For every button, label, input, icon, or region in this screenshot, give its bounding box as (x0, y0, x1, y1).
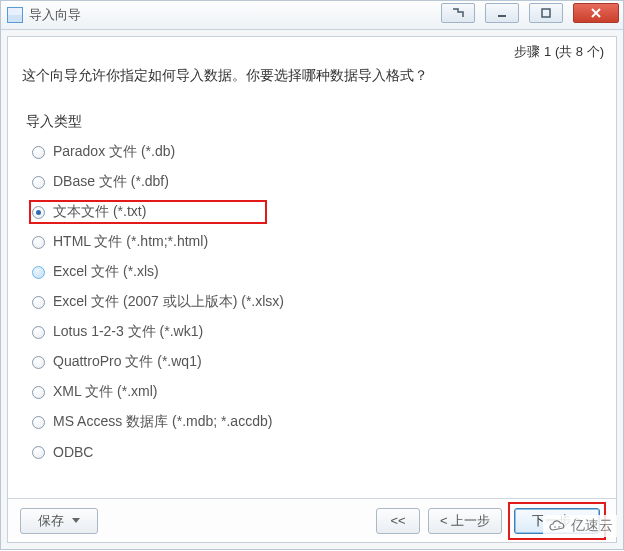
import-option-label: DBase 文件 (*.dbf) (53, 173, 169, 191)
save-button[interactable]: 保存 (20, 508, 98, 534)
radio-icon (32, 386, 45, 399)
watermark-text: 亿速云 (571, 517, 613, 535)
first-button-label: << (390, 513, 405, 528)
cloud-icon (547, 519, 567, 533)
svg-point-2 (554, 526, 556, 528)
wizard-prompt: 这个向导允许你指定如何导入数据。你要选择哪种数据导入格式？ (22, 67, 602, 85)
first-button[interactable]: << (376, 508, 420, 534)
radio-icon (32, 296, 45, 309)
import-option-label: Lotus 1-2-3 文件 (*.wk1) (53, 323, 203, 341)
import-option-label: QuattroPro 文件 (*.wq1) (53, 353, 202, 371)
radio-icon (32, 176, 45, 189)
radio-icon (32, 356, 45, 369)
import-option-label: Paradox 文件 (*.db) (53, 143, 175, 161)
import-option-1[interactable]: DBase 文件 (*.dbf) (30, 171, 602, 193)
import-option-8[interactable]: XML 文件 (*.xml) (30, 381, 602, 403)
help-button[interactable] (441, 3, 475, 23)
radio-icon (32, 236, 45, 249)
import-option-label: MS Access 数据库 (*.mdb; *.accdb) (53, 413, 272, 431)
section-title: 导入类型 (26, 113, 602, 131)
import-option-label: HTML 文件 (*.htm;*.html) (53, 233, 208, 251)
maximize-button[interactable] (529, 3, 563, 23)
import-option-7[interactable]: QuattroPro 文件 (*.wq1) (30, 351, 602, 373)
import-option-label: 文本文件 (*.txt) (53, 203, 146, 221)
chevron-down-icon (72, 518, 80, 523)
import-option-label: XML 文件 (*.xml) (53, 383, 157, 401)
titlebar: 导入向导 (0, 0, 624, 30)
radio-icon (32, 326, 45, 339)
import-option-4[interactable]: Excel 文件 (*.xls) (30, 261, 602, 283)
prev-button-label: < 上一步 (440, 512, 490, 530)
save-button-label: 保存 (38, 512, 64, 530)
radio-icon (32, 266, 45, 279)
radio-icon (32, 416, 45, 429)
radio-icon (32, 446, 45, 459)
import-option-3[interactable]: HTML 文件 (*.htm;*.html) (30, 231, 602, 253)
import-option-0[interactable]: Paradox 文件 (*.db) (30, 141, 602, 163)
minimize-button[interactable] (485, 3, 519, 23)
svg-rect-1 (542, 9, 550, 17)
window-title: 导入向导 (29, 6, 81, 24)
wizard-panel: 步骤 1 (共 8 个) 这个向导允许你指定如何导入数据。你要选择哪种数据导入格… (7, 36, 617, 543)
import-option-label: ODBC (53, 444, 93, 460)
step-indicator: 步骤 1 (共 8 个) (514, 43, 604, 61)
import-option-10[interactable]: ODBC (30, 441, 602, 463)
prev-button[interactable]: < 上一步 (428, 508, 502, 534)
radio-icon (32, 146, 45, 159)
close-button[interactable] (573, 3, 619, 23)
import-option-9[interactable]: MS Access 数据库 (*.mdb; *.accdb) (30, 411, 602, 433)
import-option-2[interactable]: 文本文件 (*.txt) (30, 201, 266, 223)
import-option-5[interactable]: Excel 文件 (2007 或以上版本) (*.xlsx) (30, 291, 602, 313)
import-option-label: Excel 文件 (*.xls) (53, 263, 159, 281)
button-bar: 保存 << < 上一步 下一步 > (8, 498, 616, 542)
svg-point-3 (558, 526, 560, 528)
app-icon (7, 7, 23, 23)
import-option-6[interactable]: Lotus 1-2-3 文件 (*.wk1) (30, 321, 602, 343)
watermark: 亿速云 (543, 515, 617, 537)
import-type-options: Paradox 文件 (*.db)DBase 文件 (*.dbf)文本文件 (*… (22, 141, 602, 463)
window-body: 步骤 1 (共 8 个) 这个向导允许你指定如何导入数据。你要选择哪种数据导入格… (0, 30, 624, 550)
radio-icon (32, 206, 45, 219)
import-option-label: Excel 文件 (2007 或以上版本) (*.xlsx) (53, 293, 284, 311)
window-buttons (437, 3, 619, 23)
